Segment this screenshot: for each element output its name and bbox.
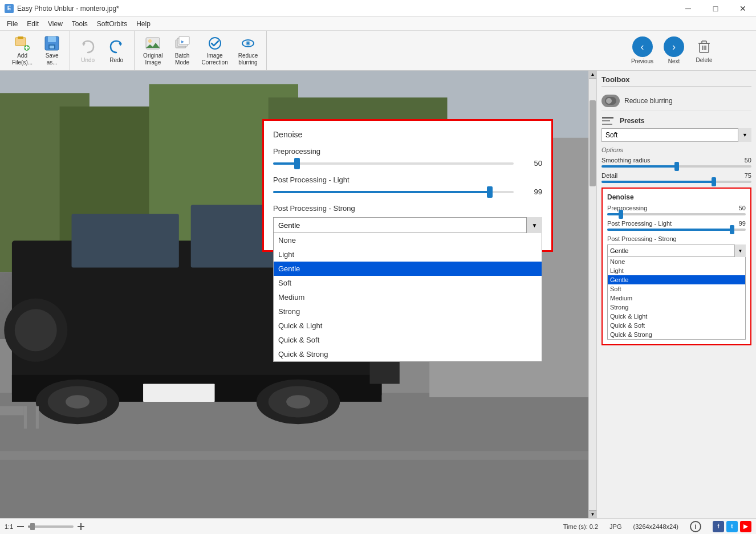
scroll-up-btn[interactable]: ▲ bbox=[589, 71, 596, 79]
right-preprocessing-track[interactable] bbox=[607, 213, 746, 215]
right-option-medium[interactable]: Medium bbox=[608, 294, 745, 303]
previous-button[interactable]: ‹ Previous bbox=[627, 34, 658, 67]
svg-rect-60 bbox=[602, 120, 610, 121]
save-as-button[interactable]: Saveas... bbox=[38, 34, 66, 67]
menu-file[interactable]: File bbox=[2, 18, 22, 30]
right-option-strong[interactable]: Strong bbox=[608, 303, 745, 312]
image-area[interactable]: Denoise Preprocessing 50 Post Processing… bbox=[0, 71, 596, 518]
image-canvas: Denoise Preprocessing 50 Post Processing… bbox=[0, 71, 596, 518]
redo-button[interactable]: Redo bbox=[102, 34, 131, 67]
undo-button[interactable]: Undo bbox=[74, 34, 102, 67]
preset-select[interactable]: Soft None Medium Strong bbox=[601, 128, 751, 142]
image-correction-button[interactable]: ImageCorrection bbox=[197, 34, 233, 67]
delete-button[interactable]: Delete bbox=[690, 34, 718, 67]
app-icon: E bbox=[5, 4, 14, 13]
preprocessing-value: 50 bbox=[519, 159, 542, 168]
post-strong-select[interactable]: Gentle ▼ bbox=[273, 217, 542, 233]
post-light-thumb[interactable] bbox=[487, 186, 493, 198]
delete-icon bbox=[695, 38, 713, 56]
menu-tools[interactable]: Tools bbox=[67, 18, 92, 30]
smoothing-radius-thumb[interactable] bbox=[674, 162, 679, 171]
batch-mode-label: BatchMode bbox=[175, 52, 190, 66]
svg-rect-62 bbox=[17, 526, 24, 527]
detail-thumb[interactable] bbox=[712, 177, 716, 186]
option-soft[interactable]: Soft bbox=[274, 276, 542, 290]
option-light[interactable]: Light bbox=[274, 247, 542, 262]
right-option-gentle[interactable]: Gentle bbox=[608, 275, 745, 284]
next-button[interactable]: › Next bbox=[659, 34, 689, 67]
add-files-button[interactable]: AddFile(s)... bbox=[7, 34, 38, 67]
svg-point-41 bbox=[66, 395, 90, 409]
right-denoise-title: Denoise bbox=[607, 193, 746, 201]
post-strong-dropdown: Gentle ▼ None Light Gentle Soft Medium S… bbox=[273, 217, 542, 233]
svg-point-12 bbox=[148, 39, 152, 43]
preprocessing-thumb[interactable] bbox=[294, 158, 300, 169]
twitter-icon[interactable]: t bbox=[726, 521, 738, 532]
smoothing-radius-track[interactable] bbox=[601, 165, 751, 168]
svg-rect-56 bbox=[0, 406, 24, 415]
presets-label: Presets bbox=[620, 117, 644, 125]
option-medium[interactable]: Medium bbox=[274, 290, 542, 304]
youtube-icon[interactable]: ▶ bbox=[740, 521, 751, 532]
title-bar: E Easy Photo Unblur - montero.jpg* ─ □ ✕ bbox=[0, 0, 756, 17]
option-gentle[interactable]: Gentle bbox=[274, 262, 542, 276]
add-icon bbox=[13, 35, 31, 51]
zoom-thumb[interactable] bbox=[30, 523, 35, 530]
menu-view[interactable]: View bbox=[43, 18, 67, 30]
menu-edit[interactable]: Edit bbox=[22, 18, 43, 30]
social-icons: f t ▶ bbox=[713, 521, 751, 532]
menu-softorbits[interactable]: SoftOrbits bbox=[92, 18, 132, 30]
option-quick-strong[interactable]: Quick & Strong bbox=[274, 347, 542, 361]
right-option-quick-light[interactable]: Quick & Light bbox=[608, 312, 745, 321]
right-option-quick-strong[interactable]: Quick & Strong bbox=[608, 330, 745, 339]
previous-label: Previous bbox=[631, 58, 653, 64]
option-none[interactable]: None bbox=[274, 233, 542, 247]
post-light-track[interactable] bbox=[273, 191, 514, 193]
preprocessing-row: Preprocessing 50 bbox=[273, 147, 542, 168]
svg-rect-57 bbox=[24, 406, 27, 429]
right-option-none[interactable]: None bbox=[608, 257, 745, 266]
svg-rect-58 bbox=[36, 406, 39, 429]
scroll-down-btn[interactable]: ▼ bbox=[589, 510, 596, 518]
right-dropdown-select[interactable]: Gentle ▼ bbox=[607, 244, 746, 257]
svg-rect-15 bbox=[179, 36, 189, 44]
zoom-level: 1:1 bbox=[5, 523, 13, 530]
detail-row: Detail 75 bbox=[601, 172, 751, 183]
right-post-light-track[interactable] bbox=[607, 229, 746, 231]
right-option-quick-soft[interactable]: Quick & Soft bbox=[608, 321, 745, 330]
redo-icon bbox=[107, 38, 125, 56]
option-quick-soft[interactable]: Quick & Soft bbox=[274, 333, 542, 347]
detail-fill bbox=[601, 181, 714, 183]
undo-icon bbox=[79, 38, 97, 56]
batch-mode-button[interactable]: BatchMode bbox=[168, 34, 197, 67]
close-button[interactable]: ✕ bbox=[730, 0, 756, 17]
detail-track[interactable] bbox=[601, 181, 751, 183]
presets-label-row: Presets bbox=[601, 116, 751, 126]
zoom-slider[interactable] bbox=[28, 525, 74, 528]
maximize-button[interactable]: □ bbox=[702, 0, 729, 17]
original-image-button[interactable]: OriginalImage bbox=[138, 34, 168, 67]
post-light-slider-container: 99 bbox=[273, 187, 542, 196]
right-post-light-thumb[interactable] bbox=[730, 225, 734, 234]
facebook-icon[interactable]: f bbox=[713, 521, 724, 532]
svg-rect-36 bbox=[72, 214, 179, 267]
svg-rect-1 bbox=[18, 36, 23, 39]
minimize-button[interactable]: ─ bbox=[675, 0, 701, 17]
preprocessing-label: Preprocessing bbox=[273, 147, 542, 156]
right-preprocessing-label: Preprocessing 50 bbox=[607, 205, 746, 211]
image-correction-label: ImageCorrection bbox=[202, 52, 228, 66]
right-option-light[interactable]: Light bbox=[608, 266, 745, 275]
image-scrollbar[interactable]: ▲ ▼ bbox=[588, 71, 596, 518]
option-strong[interactable]: Strong bbox=[274, 304, 542, 319]
info-icon[interactable]: i bbox=[690, 521, 701, 532]
option-quick-light[interactable]: Quick & Light bbox=[274, 319, 542, 333]
preprocessing-track[interactable] bbox=[273, 162, 514, 165]
reduce-blurring-button[interactable]: Reduceblurring bbox=[233, 34, 263, 67]
save-as-label: Saveas... bbox=[46, 52, 59, 66]
menu-help[interactable]: Help bbox=[132, 18, 155, 30]
scroll-thumb[interactable] bbox=[590, 100, 596, 186]
toolbar-edit-group: Undo Redo bbox=[70, 31, 135, 70]
right-option-soft[interactable]: Soft bbox=[608, 284, 745, 294]
right-preprocessing-thumb[interactable] bbox=[619, 210, 623, 219]
toolbox-title: Toolbox bbox=[601, 75, 751, 87]
